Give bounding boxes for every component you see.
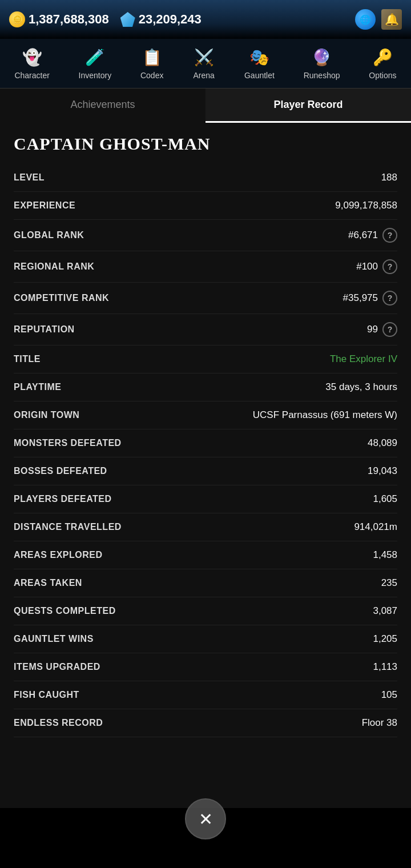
stat-label-areas_explored: AREAS EXPLORED [14, 550, 102, 560]
nav-inventory[interactable]: 🧪 Inventory [74, 43, 116, 82]
help-button-competitive_rank[interactable]: ? [382, 291, 397, 306]
stat-value-items_upgraded: 1,113 [373, 661, 397, 673]
nav-runeshop-label: Runeshop [304, 71, 340, 80]
stat-label-quests_completed: QUESTS COMPLETED [14, 606, 116, 616]
close-button-container: ✕ [185, 798, 226, 839]
close-button[interactable]: ✕ [185, 798, 226, 839]
stat-value-text-players_defeated: 1,605 [373, 493, 397, 505]
stat-value-quests_completed: 3,087 [373, 605, 397, 617]
stat-row-fish_caught: FISH CAUGHT105 [14, 681, 397, 709]
stat-row-competitive_rank: COMPETITIVE RANK#35,975? [14, 283, 397, 314]
stat-row-gauntlet_wins: GAUNTLET WINS1,205 [14, 625, 397, 653]
help-button-global_rank[interactable]: ? [382, 228, 397, 243]
stat-label-origin_town: ORIGIN TOWN [14, 410, 79, 420]
stat-value-text-reputation: 99 [367, 324, 378, 335]
codex-icon: 📋 [140, 46, 163, 69]
player-name: Captain Ghost-Man [14, 134, 397, 154]
stat-value-text-items_upgraded: 1,113 [373, 661, 397, 673]
stat-value-text-title: The Explorer IV [330, 353, 397, 365]
stat-value-level: 188 [381, 172, 397, 183]
stat-row-origin_town: ORIGIN TOWNUCSF Parnassus (691 meters W) [14, 401, 397, 429]
stat-value-text-endless_record: Floor 38 [362, 717, 397, 729]
help-button-regional_rank[interactable]: ? [382, 259, 397, 274]
stat-row-items_upgraded: ITEMS UPGRADED1,113 [14, 653, 397, 681]
globe-icon[interactable]: 🌐 [355, 9, 376, 30]
nav-runeshop[interactable]: 🔮 Runeshop [299, 43, 345, 82]
stat-value-text-experience: 9,099,178,858 [335, 200, 397, 211]
stat-label-players_defeated: PLAYERS DEFEATED [14, 494, 112, 504]
stat-label-bosses_defeated: BOSSES DEFEATED [14, 466, 107, 476]
stat-value-experience: 9,099,178,858 [335, 200, 397, 211]
stat-value-areas_explored: 1,458 [373, 549, 397, 561]
arena-icon: ⚔️ [192, 46, 215, 69]
stat-row-experience: EXPERIENCE9,099,178,858 [14, 192, 397, 220]
stat-row-title: TITLEThe Explorer IV [14, 345, 397, 373]
stat-row-playtime: PLAYTIME35 days, 3 hours [14, 373, 397, 401]
stat-row-areas_explored: AREAS EXPLORED1,458 [14, 541, 397, 569]
stat-value-text-monsters_defeated: 48,089 [368, 437, 397, 449]
runeshop-icon: 🔮 [311, 46, 333, 69]
stat-value-reputation: 99? [367, 322, 397, 337]
currency-group: 🪙 1,387,688,308 23,209,243 [9, 11, 355, 27]
stat-value-text-quests_completed: 3,087 [373, 605, 397, 617]
gauntlet-icon: 🎭 [248, 46, 271, 69]
nav-character[interactable]: 👻 Character [10, 43, 54, 82]
tab-achievements[interactable]: Achievements [0, 89, 206, 123]
stat-label-distance_travelled: DISTANCE TRAVELLED [14, 522, 122, 532]
nav-gauntlet[interactable]: 🎭 Gauntlet [240, 43, 279, 82]
nav-bar: 👻 Character 🧪 Inventory 📋 Codex ⚔️ Arena… [0, 39, 411, 89]
stat-label-experience: EXPERIENCE [14, 200, 75, 211]
stat-row-areas_taken: AREAS TAKEN235 [14, 569, 397, 597]
stat-label-fish_caught: FISH CAUGHT [14, 690, 79, 700]
stat-label-playtime: PLAYTIME [14, 382, 61, 392]
nav-options[interactable]: 🔑 Options [364, 43, 401, 82]
stat-value-text-bosses_defeated: 19,043 [368, 465, 397, 477]
tab-player-record[interactable]: Player Record [206, 89, 411, 123]
gold-currency: 🪙 1,387,688,308 [9, 11, 109, 27]
gold-amount: 1,387,688,308 [29, 12, 109, 27]
stat-value-text-fish_caught: 105 [381, 689, 397, 701]
tabs: Achievements Player Record [0, 89, 411, 123]
stat-value-text-level: 188 [381, 172, 397, 183]
stat-value-competitive_rank: #35,975? [343, 291, 397, 306]
stat-row-endless_record: ENDLESS RECORDFloor 38 [14, 709, 397, 737]
stat-value-regional_rank: #100? [356, 259, 397, 274]
gem-amount: 23,209,243 [139, 12, 202, 27]
stat-label-items_upgraded: ITEMS UPGRADED [14, 662, 100, 672]
stat-value-text-playtime: 35 days, 3 hours [325, 381, 397, 393]
stat-row-players_defeated: PLAYERS DEFEATED1,605 [14, 485, 397, 513]
stat-label-gauntlet_wins: GAUNTLET WINS [14, 634, 94, 644]
stat-value-gauntlet_wins: 1,205 [373, 633, 397, 645]
content-area: Captain Ghost-Man LEVEL188EXPERIENCE9,09… [0, 123, 411, 808]
top-right-icons: 🌐 🔔 [355, 9, 402, 30]
stat-value-global_rank: #6,671? [348, 228, 397, 243]
top-bar: 🪙 1,387,688,308 23,209,243 🌐 🔔 [0, 0, 411, 39]
gem-icon [120, 12, 135, 27]
stat-value-text-origin_town: UCSF Parnassus (691 meters W) [253, 409, 397, 421]
stat-label-regional_rank: REGIONAL RANK [14, 262, 94, 272]
stat-row-bosses_defeated: BOSSES DEFEATED19,043 [14, 457, 397, 485]
stat-value-text-areas_taken: 235 [381, 577, 397, 589]
nav-gauntlet-label: Gauntlet [244, 71, 275, 80]
stat-row-quests_completed: QUESTS COMPLETED3,087 [14, 597, 397, 625]
stat-row-distance_travelled: DISTANCE TRAVELLED914,021m [14, 513, 397, 541]
stat-row-level: LEVEL188 [14, 164, 397, 192]
stat-value-distance_travelled: 914,021m [354, 521, 397, 533]
notification-icon[interactable]: 🔔 [381, 9, 402, 30]
stat-value-players_defeated: 1,605 [373, 493, 397, 505]
stat-value-text-global_rank: #6,671 [348, 230, 378, 241]
nav-character-label: Character [14, 71, 49, 80]
nav-codex[interactable]: 📋 Codex [136, 43, 168, 82]
stat-value-text-areas_explored: 1,458 [373, 549, 397, 561]
stat-value-playtime: 35 days, 3 hours [325, 381, 397, 393]
stat-label-competitive_rank: COMPETITIVE RANK [14, 293, 109, 303]
stat-row-global_rank: GLOBAL RANK#6,671? [14, 220, 397, 251]
stat-value-text-distance_travelled: 914,021m [354, 521, 397, 533]
character-icon: 👻 [21, 46, 43, 69]
nav-arena[interactable]: ⚔️ Arena [188, 43, 220, 82]
stats-container: LEVEL188EXPERIENCE9,099,178,858GLOBAL RA… [14, 164, 397, 737]
stat-label-endless_record: ENDLESS RECORD [14, 718, 103, 728]
stat-value-fish_caught: 105 [381, 689, 397, 701]
stat-label-level: LEVEL [14, 172, 45, 183]
help-button-reputation[interactable]: ? [382, 322, 397, 337]
